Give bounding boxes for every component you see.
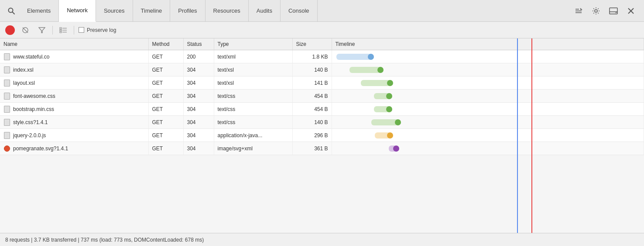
col-header-method[interactable]: Method [148, 38, 183, 50]
preserve-log-checkbox[interactable] [79, 27, 84, 33]
request-size: 361 B [292, 142, 332, 155]
clear-button[interactable] [19, 24, 31, 36]
close-icon[interactable] [625, 5, 637, 17]
request-size: 296 B [292, 129, 332, 142]
svg-marker-12 [39, 28, 45, 33]
table-row[interactable]: style.css?1.4.1GET304text/css140 B [0, 116, 644, 129]
requests-table: Name Method Status Type Size Timeline ww… [0, 38, 644, 155]
request-timeline [332, 63, 644, 76]
svg-rect-14 [60, 29, 62, 31]
request-status: 304 [183, 103, 214, 116]
request-name: font-awesome.css [13, 93, 55, 99]
file-icon-doc [4, 119, 10, 126]
col-header-size[interactable]: Size [292, 38, 332, 50]
request-method: GET [148, 116, 183, 129]
svg-rect-13 [60, 28, 62, 29]
timeline-wait-bar [371, 119, 398, 125]
table-row[interactable]: index.xslGET304text/xsl140 B [0, 63, 644, 76]
devtools-nav: Elements Network Sources Timeline Profil… [0, 0, 644, 22]
request-method: GET [148, 90, 183, 103]
request-status: 304 [183, 116, 214, 129]
dock-icon[interactable] [607, 5, 620, 17]
request-name: layout.xsl [13, 80, 35, 86]
svg-point-5 [595, 10, 597, 12]
nav-right-icons [572, 5, 641, 17]
request-size: 454 B [292, 90, 332, 103]
timeline-dot [395, 119, 401, 125]
timeline-wait-bar [349, 67, 381, 73]
request-method: GET [148, 63, 183, 76]
record-button[interactable] [5, 25, 15, 35]
request-method: GET [148, 76, 183, 90]
status-text: 8 requests | 3.7 KB transferred | 737 ms… [5, 237, 204, 243]
svg-rect-15 [60, 31, 62, 33]
tab-resources[interactable]: Resources [206, 0, 249, 22]
file-icon-image [4, 146, 10, 152]
table-row[interactable]: bootstrap.min.cssGET304text/css454 B [0, 103, 644, 116]
tab-elements[interactable]: Elements [19, 0, 59, 22]
list-view-button[interactable] [57, 24, 69, 36]
request-name: pomegranate.svg?1.4.1 [13, 146, 68, 152]
tab-audits[interactable]: Audits [249, 0, 281, 22]
file-icon-doc [4, 93, 10, 100]
request-type: text/xsl [214, 63, 292, 76]
table-row[interactable]: www.stateful.coGET200text/xml1.8 KB [0, 50, 644, 63]
tab-profiles[interactable]: Profiles [170, 0, 205, 22]
request-timeline [332, 103, 644, 116]
tab-sources[interactable]: Sources [96, 0, 133, 22]
request-status: 304 [183, 90, 214, 103]
request-status: 304 [183, 129, 214, 142]
col-header-type[interactable]: Type [214, 38, 292, 50]
request-type: text/css [214, 90, 292, 103]
timeline-dot [386, 93, 392, 99]
file-icon-doc [4, 53, 10, 60]
timeline-dot [387, 132, 393, 139]
col-header-status[interactable]: Status [183, 38, 214, 50]
request-method: GET [148, 50, 183, 63]
table-row[interactable]: layout.xslGET304text/xsl141 B [0, 76, 644, 90]
table-wrapper[interactable]: Name Method Status Type Size Timeline ww… [0, 38, 644, 233]
timeline-dot [386, 106, 392, 112]
request-name: www.stateful.co [13, 54, 49, 60]
request-timeline [332, 76, 644, 90]
request-type: text/xsl [214, 76, 292, 90]
table-row[interactable]: pomegranate.svg?1.4.1GET304image/svg+xml… [0, 142, 644, 155]
expand-panel-icon[interactable] [572, 5, 585, 17]
request-type: application/x-java... [214, 129, 292, 142]
timeline-dot [387, 80, 393, 86]
tab-console[interactable]: Console [281, 0, 318, 22]
request-status: 304 [183, 76, 214, 90]
toolbar-separator-2 [74, 26, 74, 35]
request-timeline [332, 142, 644, 155]
request-size: 454 B [292, 103, 332, 116]
request-type: image/svg+xml [214, 142, 292, 155]
col-header-timeline[interactable]: Timeline [332, 38, 644, 50]
tab-timeline[interactable]: Timeline [133, 0, 171, 22]
request-name: index.xsl [13, 67, 34, 73]
timeline-dot [377, 67, 384, 73]
file-icon-doc [4, 66, 10, 73]
request-status: 200 [183, 50, 214, 63]
tab-network[interactable]: Network [59, 0, 96, 22]
gear-icon[interactable] [590, 5, 602, 17]
request-method: GET [148, 129, 183, 142]
search-icon[interactable] [3, 3, 19, 19]
timeline-dot [393, 146, 399, 152]
filter-button[interactable] [36, 24, 48, 36]
timeline-dot [368, 54, 374, 60]
file-icon-doc [4, 80, 10, 87]
toolbar-separator [52, 26, 53, 35]
preserve-log-label[interactable]: Preserve log [79, 27, 116, 33]
request-size: 140 B [292, 116, 332, 129]
request-timeline [332, 50, 644, 63]
preserve-log-text: Preserve log [87, 27, 116, 33]
request-method: GET [148, 103, 183, 116]
file-icon-doc [4, 132, 10, 139]
request-size: 140 B [292, 63, 332, 76]
request-size: 141 B [292, 76, 332, 90]
request-name: style.css?1.4.1 [13, 119, 48, 125]
table-row[interactable]: font-awesome.cssGET304text/css454 B [0, 90, 644, 103]
table-row[interactable]: jquery-2.0.0.jsGET304application/x-java.… [0, 129, 644, 142]
request-name: jquery-2.0.0.js [13, 132, 46, 139]
col-header-name[interactable]: Name [0, 38, 148, 50]
